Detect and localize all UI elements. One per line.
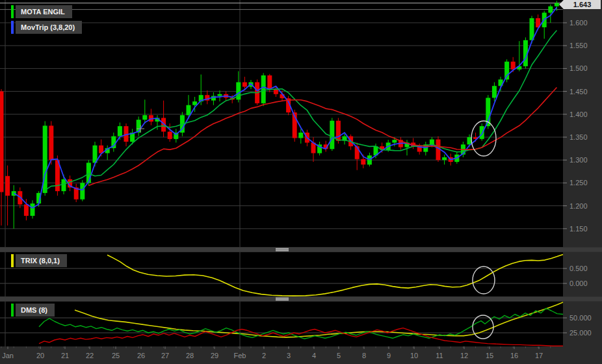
svg-text:10: 10	[410, 352, 418, 359]
trading-chart-window: 1.6001.5501.5001.4501.4001.3501.3001.250…	[0, 0, 602, 364]
trix-legend-chip[interactable]: TRIX (8,0,1)	[11, 254, 67, 267]
dms-label: DMS (8)	[16, 304, 55, 317]
svg-text:Feb: Feb	[234, 352, 246, 359]
svg-text:15: 15	[486, 352, 493, 359]
svg-text:16: 16	[510, 352, 518, 359]
svg-text:1.250: 1.250	[569, 179, 588, 187]
svg-text:11: 11	[436, 352, 443, 359]
price-axis-strip	[563, 0, 602, 346]
symbol-color-bar-icon	[11, 5, 14, 18]
svg-text:0.000: 0.000	[569, 280, 588, 287]
svg-text:0.500: 0.500	[569, 265, 588, 272]
symbol-legend-chip[interactable]: MOTA ENGIL	[11, 5, 72, 18]
svg-text:25: 25	[112, 352, 120, 359]
dms-color-bar-icon	[11, 304, 14, 317]
svg-text:3: 3	[287, 352, 291, 359]
svg-text:8: 8	[362, 352, 366, 359]
svg-text:26: 26	[137, 352, 145, 359]
svg-text:27: 27	[161, 352, 169, 359]
main-pane[interactable]	[0, 0, 563, 247]
svg-text:1.200: 1.200	[569, 202, 588, 210]
chart-canvas[interactable]: 1.6001.5501.5001.4501.4001.3501.3001.250…	[0, 0, 602, 364]
svg-text:21: 21	[61, 352, 69, 359]
trix-pane[interactable]	[0, 252, 563, 296]
svg-text:1.350: 1.350	[569, 133, 588, 141]
pane-splitter[interactable]	[0, 248, 602, 252]
svg-text:9: 9	[387, 352, 391, 359]
svg-text:2: 2	[262, 352, 266, 359]
movtrip-legend-chip[interactable]: MovTrip (3,8,20)	[11, 21, 82, 34]
svg-text:1.600: 1.600	[569, 19, 588, 27]
svg-text:25.000: 25.000	[569, 329, 592, 337]
trix-label: TRIX (8,0,1)	[16, 254, 67, 267]
svg-text:Jan: Jan	[2, 352, 14, 359]
pane-splitter[interactable]	[0, 297, 602, 302]
svg-text:29: 29	[211, 352, 218, 359]
svg-text:5: 5	[337, 352, 341, 359]
svg-text:1.400: 1.400	[569, 110, 588, 118]
svg-text:1.150: 1.150	[569, 225, 588, 233]
svg-text:20: 20	[36, 352, 44, 359]
svg-text:50.000: 50.000	[569, 314, 592, 322]
dms-pane[interactable]	[0, 302, 563, 346]
last-price-tag: 1.643	[564, 0, 601, 9]
symbol-label: MOTA ENGIL	[16, 5, 72, 18]
svg-text:22: 22	[86, 352, 94, 359]
svg-text:1.550: 1.550	[569, 42, 588, 49]
svg-text:1.450: 1.450	[569, 88, 588, 96]
svg-text:17: 17	[535, 352, 543, 359]
svg-text:1.300: 1.300	[569, 156, 588, 164]
svg-text:1.500: 1.500	[569, 64, 588, 72]
svg-text:4: 4	[312, 352, 316, 359]
movtrip-color-bar-icon	[11, 21, 14, 34]
svg-text:12: 12	[460, 352, 468, 359]
trix-color-bar-icon	[11, 254, 14, 267]
dms-legend-chip[interactable]: DMS (8)	[11, 304, 55, 317]
svg-text:28: 28	[186, 352, 194, 359]
movtrip-label: MovTrip (3,8,20)	[16, 21, 82, 34]
